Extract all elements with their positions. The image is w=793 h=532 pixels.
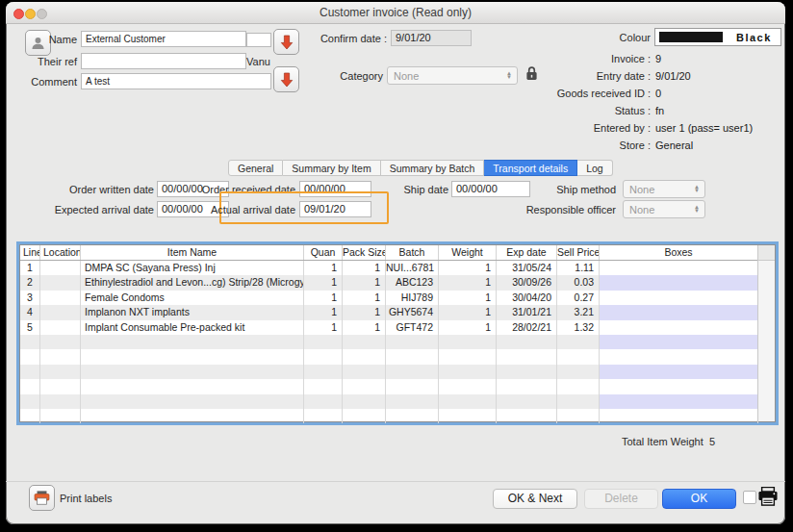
- ship-method-value: None: [629, 184, 654, 195]
- colour-field[interactable]: Black: [654, 28, 781, 46]
- column-header-line[interactable]: Line: [20, 245, 40, 260]
- actual-arrival-date-field[interactable]: 09/01/20: [299, 201, 371, 217]
- cell-exp_date: [497, 335, 557, 349]
- comment-expand-button[interactable]: [273, 66, 299, 92]
- cell-pack_size: 1: [343, 320, 386, 335]
- print-checkbox[interactable]: [743, 491, 756, 504]
- name-label: Name: [35, 34, 77, 45]
- ok-next-button[interactable]: OK & Next: [493, 489, 577, 509]
- column-header-weight[interactable]: Weight: [439, 245, 497, 260]
- comment-label: Comment: [15, 76, 77, 88]
- cell-sell_price: 1.11: [557, 261, 600, 275]
- actual-arrival-date-label: Actual arrival date: [183, 204, 295, 215]
- cell-sell_price: 1.32: [557, 320, 600, 335]
- cell-boxes: [600, 320, 758, 335]
- cell-weight: 1: [439, 320, 497, 335]
- their-ref-field[interactable]: [81, 53, 246, 69]
- ship-date-label: Ship date: [391, 184, 448, 195]
- column-header-exp_date[interactable]: Exp date: [497, 245, 557, 260]
- cell-line: 5: [20, 320, 40, 335]
- cell-exp_date: 30/09/26: [497, 275, 557, 290]
- name-secondary-field[interactable]: [246, 33, 271, 47]
- responsible-officer-value: None: [629, 204, 654, 215]
- print-labels-label: Print labels: [60, 493, 112, 504]
- table-row[interactable]: 5Implant Consumable Pre-packed kit11GFT4…: [20, 320, 758, 335]
- colour-swatch: [659, 32, 723, 42]
- print-invoice-button[interactable]: [757, 487, 779, 508]
- cell-item: [81, 365, 304, 379]
- cell-line: [20, 335, 40, 349]
- table-row[interactable]: 2Ethinylestradiol and Levon...cg) Strip/…: [20, 275, 758, 290]
- column-header-batch[interactable]: Batch: [386, 245, 439, 260]
- cell-item: DMPA SC (Sayana Press) Inj: [81, 261, 304, 275]
- cell-weight: [439, 394, 497, 409]
- table-row[interactable]: [20, 394, 758, 409]
- ok-button[interactable]: OK: [662, 489, 736, 509]
- tab-summary-by-batch[interactable]: Summary by Batch: [381, 160, 485, 176]
- table-row[interactable]: [20, 365, 758, 379]
- table-row[interactable]: [20, 335, 758, 349]
- column-header-quan[interactable]: Quan: [304, 245, 343, 260]
- ship-method-label: Ship method: [520, 184, 616, 195]
- cell-boxes: [600, 261, 758, 275]
- info-value: General: [655, 139, 693, 151]
- cell-quan: [304, 349, 343, 364]
- cell-batch: [386, 365, 439, 379]
- column-header-boxes[interactable]: Boxes: [600, 245, 758, 260]
- cell-quan: [304, 394, 343, 409]
- cell-line: 2: [20, 275, 40, 290]
- name-field[interactable]: External Customer: [81, 31, 246, 47]
- info-row-2: Goods received ID :0: [545, 88, 661, 99]
- category-label: Category: [300, 70, 383, 82]
- total-item-weight: Total Item Weight 5: [622, 436, 715, 447]
- table-row[interactable]: 4Implanon NXT implants11GHY5674131/01/21…: [20, 305, 758, 319]
- cell-boxes: [600, 291, 758, 305]
- cell-pack_size: [343, 379, 386, 393]
- cell-location: [40, 275, 81, 290]
- cell-sell_price: [557, 349, 600, 364]
- table-row[interactable]: 1DMPA SC (Sayana Press) Inj11NUI...67811…: [20, 261, 758, 275]
- tab-transport-details[interactable]: Transport details: [484, 160, 577, 176]
- ship-method-select[interactable]: None ▲▼: [623, 180, 705, 198]
- responsible-officer-select[interactable]: None ▲▼: [623, 200, 705, 218]
- table-scrollbar[interactable]: [757, 245, 775, 421]
- column-header-location[interactable]: Location: [40, 245, 81, 260]
- delete-button[interactable]: Delete: [584, 489, 658, 509]
- footer-divider: [6, 481, 785, 482]
- cell-batch: [386, 379, 439, 393]
- category-value: None: [394, 70, 419, 82]
- tab-log[interactable]: Log: [577, 160, 613, 176]
- info-row-1: Entry date :9/01/20: [545, 70, 691, 82]
- cell-item: Implanon NXT implants: [81, 305, 304, 319]
- column-header-pack_size[interactable]: Pack Size: [343, 245, 386, 260]
- cell-item: [81, 335, 304, 349]
- cell-boxes: [600, 335, 758, 349]
- cell-exp_date: 31/05/24: [497, 261, 557, 275]
- tab-summary-by-item[interactable]: Summary by Item: [283, 160, 380, 176]
- tab-general[interactable]: General: [228, 160, 283, 176]
- cell-sell_price: 0.27: [557, 291, 600, 305]
- cell-weight: 1: [439, 291, 497, 305]
- cell-weight: [439, 409, 497, 423]
- table-row[interactable]: 3Female Condoms11HIJ789130/04/200.27: [20, 291, 758, 305]
- print-labels-button[interactable]: [29, 485, 55, 511]
- tab-bar: GeneralSummary by ItemSummary by BatchTr…: [228, 160, 613, 176]
- cell-pack_size: 1: [343, 291, 386, 305]
- ship-date-field[interactable]: 00/00/00: [451, 181, 530, 197]
- info-label: Entered by :: [545, 122, 651, 134]
- printer-icon: [34, 491, 50, 505]
- cell-item: Implant Consumable Pre-packed kit: [81, 320, 304, 335]
- column-header-item[interactable]: Item Name: [81, 245, 304, 260]
- info-label: Entry date :: [545, 70, 651, 82]
- cell-boxes: [600, 394, 758, 409]
- info-label: Goods received ID :: [545, 88, 651, 99]
- category-lock-button[interactable]: [525, 65, 538, 83]
- table-row[interactable]: [20, 409, 758, 423]
- cell-sell_price: 3.21: [557, 305, 600, 319]
- table-row[interactable]: [20, 349, 758, 364]
- comment-field[interactable]: A test: [81, 73, 271, 89]
- column-header-sell_price[interactable]: Sell Price: [557, 245, 600, 260]
- category-select[interactable]: None ▲▼: [387, 66, 518, 85]
- table-row[interactable]: [20, 379, 758, 393]
- name-lookup-button[interactable]: [273, 29, 299, 55]
